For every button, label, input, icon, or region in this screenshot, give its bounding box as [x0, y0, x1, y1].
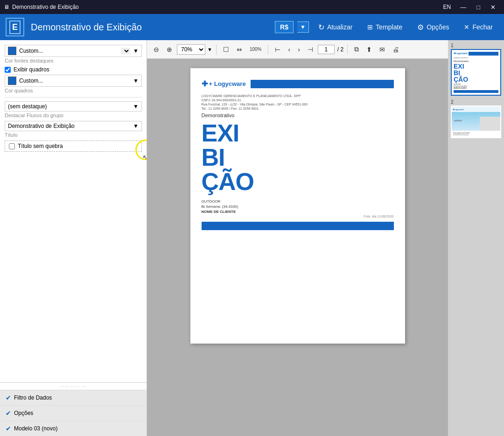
template-icon: ⊞	[367, 23, 373, 31]
fechar-button[interactable]: ✕ Fechar	[458, 21, 498, 34]
prev-page-button[interactable]: ‹	[285, 44, 293, 55]
modelo-label: Modelo 03 (novo)	[14, 425, 57, 432]
accordion-modelo: ✔ Modelo 03 (novo)	[0, 421, 147, 436]
template-button[interactable]: ⊞ Template	[362, 21, 408, 34]
bottom-panels: ⋯⋯⋯⋯⋯ ✔ Filtro de Dados ✔ Opções ✔ Model…	[0, 382, 147, 436]
filtro-check-icon: ✔	[6, 394, 11, 401]
mail-button[interactable]: ✉	[377, 44, 388, 55]
opcoes-toolbar-label: Opções	[427, 23, 449, 31]
separator-2	[268, 44, 268, 55]
atualizar-icon: ↻	[318, 23, 324, 32]
thumb2-detail: OUTDOOR | Bi-Semana	[453, 134, 499, 136]
cor-quadros-label: Cor quadros	[5, 88, 142, 93]
document-area: ✚ + Logycware LOGYCWARE GERENCIAMENTO E …	[147, 59, 448, 436]
doc-big-title: EXI BI ÇÃO	[202, 121, 394, 194]
thumb-num-1: 1	[451, 43, 501, 48]
address-line1: LOGYCWARE GERENCIAMENTO E PLANEJAMENTO L…	[202, 94, 394, 98]
app-logo-letter: E	[9, 21, 21, 34]
titulo-sem-quebra-row: Título sem quebra ↖	[5, 141, 142, 152]
demo-exibicao-row: Demonstrativo de Exibição ▼ Título	[5, 121, 142, 138]
thumb-logo-text-1: ✚Logycware	[454, 52, 468, 56]
opcoes-check-icon: ✔	[6, 409, 11, 417]
thumb-img-1[interactable]: ✚Logycware address text here Demonstrati…	[451, 49, 501, 96]
exibir-quadros-checkbox[interactable]	[5, 67, 11, 73]
thumb2-logo: ✚Logycware	[453, 108, 464, 111]
custom-dropdown-2[interactable]: ▼	[133, 77, 139, 84]
template-label: Template	[376, 23, 402, 31]
custom-color-row-2: Custom... ▼ Cor quadros	[5, 75, 142, 93]
demo-exibicao-dropdown[interactable]: ▼	[133, 123, 139, 129]
separator-3	[347, 44, 348, 55]
modelo-header[interactable]: ✔ Modelo 03 (novo)	[0, 421, 147, 436]
zoom-dropdown-btn[interactable]: ▼	[207, 47, 212, 52]
svg-rect-2	[480, 117, 500, 131]
big-title-line3: ÇÃO	[202, 169, 394, 194]
minimize-button[interactable]: —	[455, 2, 471, 13]
opcoes-toolbar-button[interactable]: ⚙ Opções	[412, 20, 455, 35]
address-line3: Rua Funchal, 129 - cj.52 - Vila Olímpia,…	[202, 102, 394, 106]
thumb-addr-1: address text here	[454, 56, 498, 59]
thumb2-bottom: Demonstrativo de Exibição OUTDOOR | Bi-S…	[452, 131, 500, 137]
thumb-img-2[interactable]: ✚Logycware	[451, 105, 501, 138]
fechar-label: Fechar	[472, 23, 493, 31]
currency-button[interactable]: R$	[275, 21, 294, 33]
copy-button[interactable]: ⧉	[351, 44, 362, 55]
maximize-button[interactable]: □	[472, 2, 485, 13]
titulo-sem-quebra-checkbox[interactable]	[9, 143, 15, 149]
resizer[interactable]: ⋯⋯⋯⋯⋯	[0, 383, 147, 390]
opcoes-label: Opções	[14, 410, 33, 416]
doc-logo-plus: ✚	[202, 79, 208, 88]
title-bar: 🖥 Demonstrativo de Exibição EN — □ ✕	[0, 0, 504, 14]
last-page-button[interactable]: ⊣	[305, 44, 316, 55]
custom-label-1: Custom...	[19, 48, 118, 54]
big-title-line1: EXI	[202, 121, 394, 145]
percent-button[interactable]: 100%	[247, 45, 265, 53]
zoom-in-button[interactable]: ⊕	[164, 44, 175, 55]
thumbnail-2[interactable]: 2 ✚Logycware	[451, 99, 501, 138]
share-button[interactable]: ⬆	[364, 44, 375, 55]
thumbnail-1[interactable]: 1 ✚Logycware address text here Demonstra…	[451, 43, 501, 96]
color-box-1	[8, 47, 16, 55]
exibir-quadros-row: Exibir quadros	[5, 66, 142, 73]
page-input[interactable]	[318, 45, 335, 54]
atualizar-button[interactable]: ↻ Atualizar	[313, 20, 358, 35]
app-icon: 🖥	[4, 4, 9, 10]
zoom-out-button[interactable]: ⊖	[151, 44, 162, 55]
custom-select-1[interactable]	[121, 48, 130, 54]
sem-destaque-label: (sem destaque)	[8, 103, 133, 110]
fit-button[interactable]: ⇔	[234, 44, 245, 55]
doc-logo-text: + Logycware	[209, 80, 246, 87]
color-box-2	[8, 77, 16, 85]
sem-destaque-row: (sem destaque) ▼ Destacar Fluxos do grup…	[5, 101, 142, 118]
cliente-strong: NOME DE CLIENTE	[202, 210, 236, 214]
total-pages: / 2	[337, 46, 343, 53]
document-page: ✚ + Logycware LOGYCWARE GERENCIAMENTO E …	[190, 68, 405, 344]
zoom-select[interactable]: 70% 100% 50%	[177, 44, 205, 55]
thumb-num-2: 2	[451, 99, 501, 105]
custom-dropdown-1[interactable]: ▼	[133, 48, 139, 54]
fechar-icon: ✕	[464, 23, 469, 31]
center-content: ⊖ ⊕ 70% 100% 50% ▼ ☐ ⇔ 100% ⊢ ‹ › ⊣ / 2 …	[147, 40, 448, 436]
filtro-header[interactable]: ✔ Filtro de Dados	[0, 390, 147, 405]
address-line4: Tel.: 11 3256-9000 / Fax: 11 3256-9001	[202, 106, 394, 111]
close-button[interactable]: ✕	[486, 2, 500, 13]
doc-header-bar	[251, 80, 394, 88]
title-bar-title: Demonstrativo de Exibição	[12, 4, 79, 10]
titulo-sem-quebra-label: Título sem quebra	[18, 143, 63, 149]
big-title-line2: BI	[202, 145, 394, 169]
view-toolbar: ⊖ ⊕ 70% 100% 50% ▼ ☐ ⇔ 100% ⊢ ‹ › ⊣ / 2 …	[147, 40, 448, 59]
custom-label-2: Custom...	[19, 77, 130, 84]
opcoes-icon: ⚙	[417, 23, 424, 32]
opcoes-header[interactable]: ✔ Opções	[0, 406, 147, 421]
atualizar-label: Atualizar	[327, 23, 352, 31]
cor-fontes-label: Cor fontes destaques	[5, 58, 142, 63]
next-page-button[interactable]: ›	[295, 44, 303, 55]
page-icon-button[interactable]: ☐	[220, 44, 232, 55]
sem-destaque-dropdown[interactable]: ▼	[133, 103, 139, 110]
first-page-button[interactable]: ⊢	[272, 44, 283, 55]
custom-color-row-1: Custom... ▼ Cor fontes destaques	[5, 45, 142, 63]
accordion-filtro: ✔ Filtro de Dados	[0, 390, 147, 405]
currency-dropdown[interactable]: ▼	[297, 21, 309, 33]
print-button[interactable]: 🖨	[390, 44, 402, 55]
doc-logo: ✚ + Logycware	[202, 79, 246, 88]
